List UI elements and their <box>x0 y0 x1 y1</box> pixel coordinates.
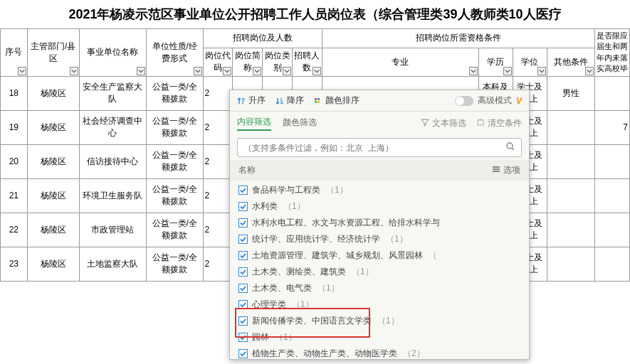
cell-seq: 20 <box>1 144 28 178</box>
filter-item-label: 土木类、测绘类、建筑类 <box>252 266 346 278</box>
filter-item-count: （1） <box>386 233 408 245</box>
sort-desc-button[interactable]: 降序 <box>275 95 304 107</box>
cell-other <box>547 178 594 213</box>
th-group-post: 招聘岗位及人数 <box>203 29 322 48</box>
cell-other: 男性 <box>547 76 594 110</box>
th-limit[interactable]: 是否限应届生和两年内未落实高校毕 <box>594 29 629 77</box>
th-deg[interactable]: 学位 <box>513 48 547 76</box>
dropdown-icon[interactable] <box>537 67 546 75</box>
dropdown-icon[interactable] <box>253 67 261 75</box>
cell-nature: 公益一类/全额拨款 <box>147 110 204 144</box>
text-filter-button[interactable]: 文本筛选 <box>421 117 466 129</box>
filter-item[interactable]: 土木类、测绘类、建筑类（1） <box>236 264 523 280</box>
svg-rect-1 <box>317 98 320 100</box>
tab-color-filter[interactable]: 颜色筛选 <box>283 117 317 130</box>
cell-code: 2 <box>203 76 233 110</box>
dropdown-icon[interactable] <box>18 67 26 75</box>
filter-item[interactable]: 土地资源管理、建筑学、城乡规划、风景园林（ <box>236 247 523 264</box>
filter-item[interactable]: 植物生产类、动物生产类、动物医学类（2） <box>236 346 523 362</box>
filter-item-label: 心理学类 <box>252 299 286 311</box>
th-cat[interactable]: 岗位类别 <box>263 48 293 76</box>
search-field[interactable] <box>243 143 505 153</box>
dropdown-icon[interactable] <box>283 67 291 75</box>
filter-item[interactable]: 园林（1） <box>236 329 523 346</box>
cell-seq: 23 <box>1 247 28 281</box>
dropdown-icon[interactable] <box>137 67 145 75</box>
dropdown-icon[interactable] <box>503 67 512 75</box>
dropdown-icon[interactable] <box>70 67 78 75</box>
cell-dept: 杨陵区 <box>27 247 79 281</box>
filter-item-label: 土木类、电气类 <box>252 282 312 294</box>
filter-item-label: 统计学、应用统计学、经济统计学 <box>252 233 380 245</box>
th-code[interactable]: 岗位代码 <box>203 48 233 76</box>
search-icon <box>505 141 515 154</box>
filter-item-count: （1） <box>283 200 305 213</box>
th-sname[interactable]: 岗位简称 <box>233 48 263 76</box>
dropdown-icon[interactable] <box>585 67 594 75</box>
th-unit[interactable]: 事业单位名称 <box>79 29 146 77</box>
svg-point-5 <box>507 143 513 149</box>
cell-dept: 杨陵区 <box>27 144 79 178</box>
color-sort-button[interactable]: 颜色排序 <box>314 95 359 107</box>
checkbox-icon <box>238 333 248 342</box>
advanced-mode-toggle[interactable]: 高级模式V <box>455 95 522 107</box>
clear-filter-button[interactable]: 清空条件 <box>476 117 522 129</box>
filter-item[interactable]: 食品科学与工程类（1） <box>236 182 523 198</box>
checkbox-icon <box>238 202 248 211</box>
tab-content-filter[interactable]: 内容筛选 <box>237 116 271 131</box>
th-major[interactable]: 专业 <box>322 48 478 76</box>
th-dept[interactable]: 主管部门/县区 <box>27 29 79 77</box>
svg-rect-2 <box>315 101 317 103</box>
switch-icon <box>455 96 473 106</box>
th-edu[interactable]: 学历 <box>478 48 513 76</box>
dropdown-icon[interactable] <box>194 67 202 75</box>
menu-icon <box>492 165 500 176</box>
dropdown-icon[interactable] <box>313 67 321 75</box>
filter-item-label: 土地资源管理、建筑学、城乡规划、风景园林 <box>252 250 423 262</box>
filter-item[interactable]: 水利类（1） <box>236 198 523 215</box>
checkbox-icon <box>238 284 248 293</box>
sort-asc-icon <box>237 97 246 105</box>
th-group-req: 招聘岗位所需资格条件 <box>322 29 594 48</box>
cell-other <box>547 247 594 281</box>
checkbox-icon <box>238 218 248 228</box>
cell-limit <box>594 247 629 281</box>
svg-rect-3 <box>317 101 320 103</box>
filter-search-input[interactable] <box>237 138 522 157</box>
filter-item-count: （1） <box>352 266 374 278</box>
cell-unit: 环境卫生服务队 <box>79 178 146 213</box>
sort-asc-button[interactable]: 升序 <box>237 95 266 107</box>
cell-seq: 22 <box>1 213 28 247</box>
cell-code: 2 <box>203 144 233 178</box>
cell-dept: 杨陵区 <box>27 76 79 110</box>
cell-nature: 公益一类/全额拨款 <box>147 76 204 110</box>
clear-icon <box>476 118 485 129</box>
cell-limit <box>594 76 629 110</box>
cell-dept: 杨陵区 <box>27 110 79 144</box>
filter-item[interactable]: 心理学类（1） <box>236 296 523 313</box>
checkbox-icon <box>238 251 248 260</box>
filter-item[interactable]: 新闻传播学类、中国语言文学类（1） <box>236 313 523 329</box>
dropdown-icon[interactable] <box>223 67 231 75</box>
filter-item-list: 食品科学与工程类（1）水利类（1）水利水电工程、水文与水资源工程、给排水科学与统… <box>230 181 529 364</box>
filter-item[interactable]: 水利水电工程、水文与水资源工程、给排水科学与 <box>236 215 523 231</box>
sort-desc-icon <box>275 97 284 105</box>
filter-item-count: （ <box>429 250 437 262</box>
th-num[interactable]: 招聘人数 <box>293 48 322 76</box>
cell-code: 2 <box>203 178 233 213</box>
filter-item-label: 水利水电工程、水文与水资源工程、给排水科学与 <box>252 217 440 229</box>
dropdown-icon[interactable] <box>469 67 478 75</box>
cell-unit: 安全生产监察大队 <box>79 76 146 110</box>
filter-item[interactable]: 统计学、应用统计学、经济统计学（1） <box>236 231 523 247</box>
cell-nature: 公益一类/全额拨款 <box>147 178 204 213</box>
filter-item-label: 植物生产类、动物生产类、动物医学类 <box>252 348 397 360</box>
checkbox-icon <box>238 267 248 277</box>
filter-item-count: （2） <box>403 348 425 360</box>
filter-item[interactable]: 土木类、电气类（1） <box>236 280 523 296</box>
th-other[interactable]: 其他条件 <box>547 48 594 76</box>
checkbox-icon <box>238 235 248 244</box>
th-nature[interactable]: 单位性质/经费形式 <box>147 29 204 77</box>
checkbox-icon <box>238 186 248 195</box>
options-button[interactable]: 选项 <box>492 164 520 176</box>
th-seq[interactable]: 序号 <box>1 29 28 77</box>
